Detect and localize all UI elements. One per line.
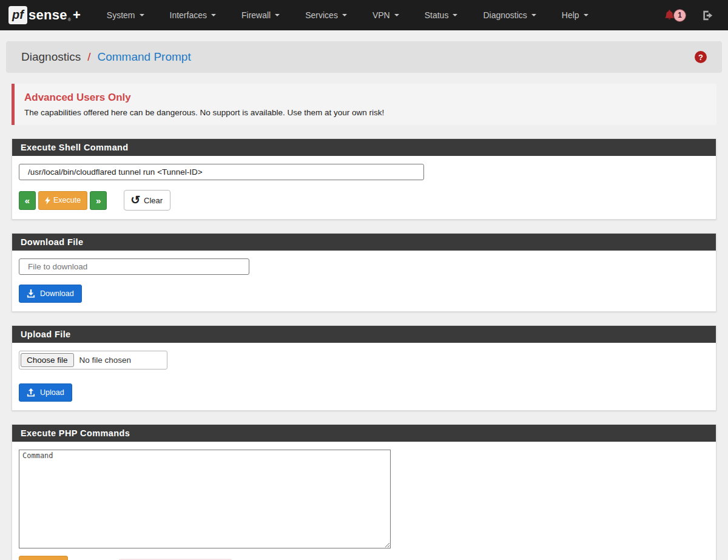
php-panel-body: Execute Example: print("Hello World!"); <box>12 442 716 560</box>
shell-command-input[interactable] <box>19 164 424 180</box>
alert-title: Advanced Users Only <box>24 92 707 104</box>
download-button-row: Download <box>19 285 709 303</box>
upload-panel-title: Upload File <box>12 326 716 343</box>
execute-shell-label: Execute <box>53 196 81 204</box>
double-chevron-left-icon: « <box>25 195 30 206</box>
caret-down-icon <box>342 14 347 16</box>
upload-button-label: Upload <box>40 388 64 397</box>
warning-alert: Advanced Users Only The capabilities off… <box>12 84 716 125</box>
menu-diagnostics-label: Diagnostics <box>483 10 527 20</box>
shell-command-panel: Execute Shell Command « Execute » ↺ Clea… <box>12 138 716 220</box>
history-forward-button[interactable]: » <box>90 191 107 210</box>
shell-panel-title: Execute Shell Command <box>12 139 716 156</box>
upload-icon <box>27 388 35 397</box>
menu-firewall-label: Firewall <box>241 10 271 20</box>
php-button-row: Execute Example: print("Hello World!"); <box>19 556 709 560</box>
menu-firewall[interactable]: Firewall <box>229 0 292 30</box>
upload-button[interactable]: Upload <box>19 383 72 402</box>
lightning-bolt-icon <box>45 197 50 204</box>
caret-down-icon <box>211 14 216 16</box>
registered-mark: ® <box>68 18 71 22</box>
choose-file-button[interactable]: Choose file <box>21 353 74 367</box>
menu-help[interactable]: Help <box>549 0 601 30</box>
upload-panel-body: Choose file No file chosen Upload <box>12 343 716 410</box>
menu-system[interactable]: System <box>94 0 157 30</box>
alert-body: The capabilities offered here can be dan… <box>24 108 707 117</box>
pfsense-logo[interactable]: pf sense ® + <box>8 6 81 24</box>
breadcrumb-page-link[interactable]: Command Prompt <box>98 50 191 64</box>
php-commands-panel: Execute PHP Commands Execute Example: pr… <box>12 424 716 560</box>
menu-interfaces[interactable]: Interfaces <box>157 0 229 30</box>
download-path-input[interactable] <box>19 258 249 275</box>
download-button-label: Download <box>40 289 74 298</box>
upload-button-row: Upload <box>19 383 709 402</box>
help-icon[interactable]: ? <box>695 51 707 63</box>
clear-label: Clear <box>144 196 163 205</box>
menu-services-label: Services <box>305 10 338 20</box>
notifications-button[interactable]: 1 <box>664 9 686 22</box>
notification-count-badge: 1 <box>673 9 686 22</box>
menu-status[interactable]: Status <box>412 0 471 30</box>
download-panel-body: Download <box>12 251 716 311</box>
menu-vpn[interactable]: VPN <box>360 0 412 30</box>
execute-shell-button[interactable]: Execute <box>38 191 87 210</box>
menu-help-label: Help <box>562 10 579 20</box>
download-button[interactable]: Download <box>19 285 82 303</box>
breadcrumb-section: Diagnostics <box>21 50 81 64</box>
undo-icon: ↺ <box>130 194 140 206</box>
menu-system-label: System <box>107 10 135 20</box>
file-input[interactable]: Choose file No file chosen <box>19 351 167 369</box>
php-command-textarea[interactable] <box>19 450 391 548</box>
main-menu: System Interfaces Firewall Services VPN … <box>94 0 601 30</box>
caret-down-icon <box>531 14 536 16</box>
execute-php-button[interactable]: Execute <box>19 556 68 560</box>
pfsense-logo-pf: pf <box>8 6 27 24</box>
navbar-right: 1 <box>664 9 720 22</box>
menu-diagnostics[interactable]: Diagnostics <box>470 0 548 30</box>
menu-status-label: Status <box>425 10 449 20</box>
menu-vpn-label: VPN <box>372 10 390 20</box>
caret-down-icon <box>584 14 588 16</box>
pfsense-logo-plus: + <box>73 7 81 23</box>
pfsense-logo-sense: sense <box>29 7 67 23</box>
download-panel-title: Download File <box>12 234 716 251</box>
breadcrumb: Diagnostics / Command Prompt ? <box>6 41 722 73</box>
top-navbar: pf sense ® + System Interfaces Firewall … <box>0 0 728 30</box>
breadcrumb-separator: / <box>87 50 90 64</box>
upload-file-panel: Upload File Choose file No file chosen U… <box>12 325 716 411</box>
menu-services[interactable]: Services <box>292 0 360 30</box>
logout-button[interactable] <box>702 10 713 21</box>
double-chevron-right-icon: » <box>96 195 101 206</box>
download-file-panel: Download File Download <box>12 233 716 312</box>
shell-button-row: « Execute » ↺ Clear <box>19 190 709 211</box>
file-chosen-status: No file chosen <box>79 356 132 365</box>
php-panel-title: Execute PHP Commands <box>12 425 716 442</box>
caret-down-icon <box>140 14 144 16</box>
menu-interfaces-label: Interfaces <box>170 10 207 20</box>
history-back-button[interactable]: « <box>19 191 36 210</box>
caret-down-icon <box>394 14 399 16</box>
download-icon <box>27 289 35 298</box>
caret-down-icon <box>453 14 457 16</box>
clear-button[interactable]: ↺ Clear <box>124 190 170 211</box>
caret-down-icon <box>275 14 280 16</box>
shell-panel-body: « Execute » ↺ Clear <box>12 156 716 219</box>
